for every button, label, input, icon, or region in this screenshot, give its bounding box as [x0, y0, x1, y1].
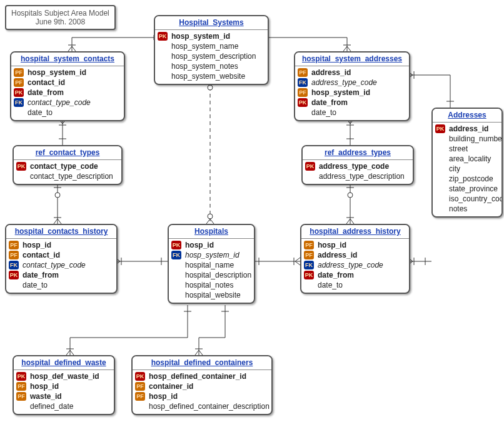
key-badge-fk: FK — [171, 251, 181, 259]
key-badge-pk: PK — [158, 32, 168, 41]
svg-point-3 — [348, 193, 353, 198]
entity-hospitals: HospitalsPKhosp_idFKhosp_system_idhospit… — [168, 224, 255, 304]
key-badge-pf: PF — [304, 251, 314, 259]
entity-header: Hospital_Systems — [155, 16, 268, 30]
key-badge-pk: PK — [16, 162, 26, 171]
key-badge-pf: PF — [298, 68, 308, 77]
entity-fields: PKaddress_type_codeaddress_type_descript… — [303, 160, 413, 184]
entity-header: ref_address_types — [303, 146, 413, 160]
field-name: contact_type_description — [30, 171, 113, 181]
diagram-title: Hospitals Subject Area Model — [11, 9, 109, 18]
field-name: date_to — [311, 108, 336, 118]
field-row: PFhosp_id — [9, 240, 114, 250]
field-name: hosp_defined_container_description — [149, 401, 270, 411]
field-row: state_province — [435, 184, 499, 194]
key-badge-none — [305, 172, 315, 181]
field-row: hosp_system_notes — [158, 61, 265, 71]
entity-header: ref_contact_types — [14, 146, 121, 160]
field-name: address_type_code — [318, 260, 383, 270]
entity-header: hospital_address_history — [301, 225, 409, 239]
key-badge-none — [16, 402, 26, 411]
field-name: hospital_name — [185, 260, 234, 270]
field-row: city — [435, 164, 499, 174]
field-row: PKhosp_def_waste_id — [16, 371, 111, 381]
key-badge-none — [435, 134, 445, 143]
entity-ref-contact-types: ref_contact_typesPKcontact_type_codecont… — [13, 145, 123, 185]
field-row: zip_postcode — [435, 174, 499, 184]
svg-point-2 — [55, 193, 60, 198]
entity-fields: PKcontact_type_codecontact_type_descript… — [14, 160, 121, 184]
field-row: PFhosp_id — [135, 391, 269, 401]
key-badge-none — [9, 281, 19, 289]
field-row: PKhosp_defined_container_id — [135, 371, 269, 381]
key-badge-none — [14, 108, 24, 117]
entity-header: Addresses — [433, 109, 501, 123]
field-name: iso_country_code — [449, 194, 503, 204]
field-row: hosp_system_name — [158, 41, 265, 51]
field-row: PFhosp_system_id — [14, 68, 121, 78]
field-row: FKhosp_system_id — [171, 250, 251, 260]
key-badge-none — [171, 291, 181, 299]
field-row: PFaddress_id — [304, 250, 406, 260]
key-badge-none — [435, 164, 445, 173]
field-name: address_type_code — [319, 161, 389, 171]
entity-fields: PFhosp_idPFcontact_idFKcontact_type_code… — [6, 239, 116, 293]
field-name: zip_postcode — [449, 174, 493, 184]
field-row: notes — [435, 204, 499, 214]
field-name: city — [449, 164, 460, 174]
key-badge-none — [135, 402, 145, 411]
field-name: contact_type_code — [23, 260, 86, 270]
key-badge-none — [298, 108, 308, 117]
field-row: hosp_defined_container_description — [135, 401, 269, 411]
field-name: hosp_system_notes — [171, 61, 238, 71]
key-badge-pk: PK — [298, 98, 308, 107]
field-name: address_id — [311, 68, 351, 78]
field-name: date_from — [28, 88, 64, 98]
key-badge-none — [171, 261, 181, 269]
entity-ref-address-types: ref_address_typesPKaddress_type_codeaddr… — [301, 145, 414, 185]
key-badge-pk: PK — [14, 88, 24, 97]
key-badge-none — [158, 62, 168, 71]
entity-hospital-address-history: hospital_address_historyPFhosp_idPFaddre… — [300, 224, 410, 294]
field-name: hosp_system_id — [171, 31, 230, 41]
field-row: date_to — [298, 108, 406, 118]
entity-hospital-defined-containers: hospital_defined_containersPKhosp_define… — [131, 355, 273, 415]
key-badge-pk: PK — [135, 372, 145, 381]
entity-header: hospital_system_addresses — [295, 53, 409, 66]
entity-header: hospital_defined_waste — [14, 356, 114, 370]
key-badge-none — [171, 281, 181, 289]
field-row: PKdate_from — [304, 270, 406, 280]
field-row: PKcontact_type_code — [16, 161, 119, 171]
entity-fields: PFhosp_idPFaddress_idFKaddress_type_code… — [301, 239, 409, 293]
entity-fields: PKhosp_system_idhosp_system_namehosp_sys… — [155, 30, 268, 84]
entity-addresses: AddressesPKaddress_idbuilding_numberstre… — [431, 108, 503, 218]
entity-header: Hospitals — [169, 225, 254, 239]
field-row: PFhosp_system_id — [298, 88, 406, 98]
key-badge-pf: PF — [14, 68, 24, 77]
field-row: PKaddress_type_code — [305, 161, 410, 171]
field-row: PFcontact_id — [9, 250, 114, 260]
field-name: contact_id — [23, 250, 60, 260]
key-badge-pf: PF — [16, 392, 26, 401]
field-name: hosp_system_name — [171, 41, 238, 51]
key-badge-pf: PF — [135, 382, 145, 391]
key-badge-pf: PF — [135, 392, 145, 401]
entity-header: hospital_contacts_history — [6, 225, 116, 239]
key-badge-fk: FK — [9, 261, 19, 269]
field-row: FKaddress_type_code — [298, 78, 406, 88]
field-row: PFcontainer_id — [135, 381, 269, 391]
key-badge-none — [16, 172, 26, 181]
field-name: hosp_id — [149, 391, 178, 401]
entity-hospital-system-addresses: hospital_system_addressesPFaddress_idFKa… — [294, 51, 410, 121]
key-badge-none — [304, 281, 314, 289]
field-row: PKdate_from — [14, 88, 121, 98]
key-badge-pk: PK — [171, 241, 181, 249]
field-row: building_number — [435, 134, 499, 144]
field-name: area_locality — [449, 154, 491, 164]
field-name: date_from — [23, 270, 59, 280]
field-name: container_id — [149, 381, 193, 391]
entity-fields: PKhosp_idFKhosp_system_idhospital_nameho… — [169, 239, 254, 303]
field-name: address_id — [318, 250, 357, 260]
field-name: defined_date — [30, 401, 73, 411]
er-diagram: Hospitals Subject Area Model June 9th. 2… — [0, 0, 504, 427]
